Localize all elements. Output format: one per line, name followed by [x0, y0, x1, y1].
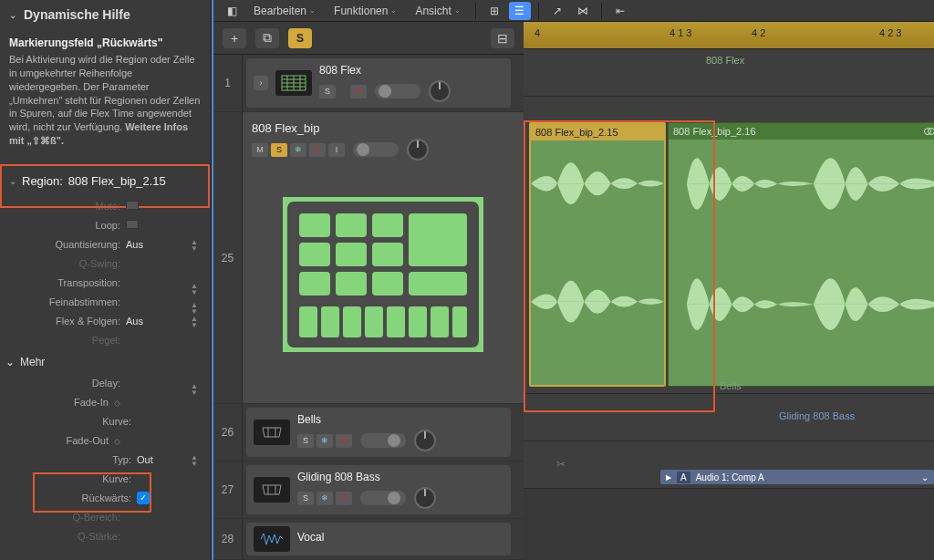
waveform-icon	[669, 123, 934, 368]
arrange-area[interactable]: 4 4 1 3 4 2 4 2 3 808 Flex 808 Flex_bip_…	[524, 22, 934, 560]
list-view-icon[interactable]: ☰	[509, 2, 531, 20]
comp-bar[interactable]: A Audio 1: Comp A ⌄	[660, 470, 934, 484]
collapse-button[interactable]: ⊟	[491, 28, 514, 48]
volume-slider[interactable]	[360, 433, 406, 448]
checkbox-icon[interactable]	[126, 220, 139, 229]
track-number: 1	[213, 55, 243, 111]
param-finetune[interactable]: Feinabstimmen:	[7, 293, 203, 312]
record-button[interactable]: R	[336, 434, 352, 448]
volume-slider[interactable]	[353, 142, 399, 157]
disclosure-button[interactable]: ›	[254, 76, 268, 90]
more-header[interactable]: ⌄ Mehr	[0, 350, 211, 374]
track-row[interactable]: 28 Vocal	[213, 519, 524, 560]
param-delay[interactable]: Delay:	[7, 374, 203, 393]
region-header[interactable]: ⌄ Region: 808 Flex_bip_2.15	[0, 165, 211, 197]
audio-region[interactable]: 808 Flex_bip_2.16	[668, 122, 934, 387]
solo-button[interactable]: S	[319, 85, 336, 99]
sidebar-toggle-icon[interactable]: ◧	[221, 2, 243, 20]
comp-badge: A	[677, 472, 690, 483]
param-fadeout-type[interactable]: Typ:Out	[7, 451, 203, 470]
arrange-lane[interactable]: Gliding 808 Bass	[524, 394, 934, 441]
track-name[interactable]: Vocal	[297, 531, 503, 544]
param-qrange[interactable]: Q-Bereich:	[7, 508, 203, 527]
pan-knob[interactable]	[407, 139, 429, 161]
track-row[interactable]: 26 Bells S ❄ R	[213, 404, 524, 461]
param-reverse[interactable]: Rückwärts:✓	[7, 489, 203, 508]
track-name[interactable]: Bells	[297, 413, 503, 426]
param-quantize[interactable]: Quantisierung:Aus	[7, 235, 203, 254]
track-row[interactable]: 1 › 808 Flex S R	[213, 55, 524, 112]
chevron-down-icon: ⌄	[9, 176, 16, 186]
track-header[interactable]: › 808 Flex S R	[246, 58, 511, 108]
add-track-button[interactable]: +	[223, 28, 246, 48]
help-header[interactable]: ⌄ Dynamische Hilfe	[0, 0, 211, 29]
arrange-lane[interactable]: ✂ A Audio 1: Comp A ⌄	[524, 441, 934, 489]
duplicate-track-button[interactable]: ⧉	[255, 28, 279, 48]
functions-menu[interactable]: Funktionen⌄	[327, 1, 404, 21]
view-menu[interactable]: Ansicht⌄	[408, 1, 467, 21]
param-level[interactable]: Pegel:	[7, 331, 203, 350]
param-transposition[interactable]: Transposition:	[7, 274, 203, 293]
pan-knob[interactable]	[429, 80, 451, 102]
mute-button[interactable]: M	[252, 143, 268, 157]
arrange-lane[interactable]: 808 Flex_bip_2.15 808 Flex_bip_2.16	[524, 97, 934, 394]
freeze-button[interactable]: ❄	[317, 492, 333, 505]
chevron-down-icon[interactable]: ⌄	[921, 472, 929, 482]
param-fadeout-curve[interactable]: Kurve:	[7, 470, 203, 489]
automation-icon[interactable]: ↗	[546, 2, 568, 20]
pan-knob[interactable]	[414, 487, 436, 509]
track-icon	[275, 70, 312, 96]
track-row[interactable]: 27 Gliding 808 Bass S ❄ R	[213, 461, 524, 519]
solo-button[interactable]: S	[288, 28, 312, 48]
input-button[interactable]: I	[328, 143, 345, 157]
ruler-mark: 4 2 3	[879, 27, 901, 38]
checkbox-icon[interactable]	[126, 201, 139, 210]
record-button[interactable]: R	[336, 492, 352, 505]
ruler[interactable]: 4 4 1 3 4 2 4 2 3	[524, 22, 934, 49]
record-button[interactable]: R	[350, 85, 367, 99]
stepper-icon[interactable]	[191, 454, 198, 467]
param-loop[interactable]: Loop:	[7, 216, 203, 235]
freeze-button[interactable]: ❄	[317, 434, 333, 448]
checkbox-checked-icon[interactable]: ✓	[137, 492, 150, 504]
track-header[interactable]: Vocal	[246, 523, 511, 555]
track-name[interactable]: 808 Flex	[319, 64, 503, 77]
param-mute[interactable]: Mute:	[7, 197, 203, 216]
svg-rect-20	[321, 306, 339, 337]
stepper-icon[interactable]	[191, 383, 198, 396]
track-header[interactable]: Bells S ❄ R	[246, 408, 511, 457]
track-name[interactable]: 808 Flex_bip	[252, 121, 514, 135]
track-name[interactable]: Gliding 808 Bass	[297, 471, 503, 483]
svg-rect-21	[343, 306, 361, 337]
grid-view-icon[interactable]: ⊞	[483, 2, 505, 20]
stepper-icon[interactable]	[191, 302, 198, 315]
edit-menu[interactable]: Bearbeiten⌄	[246, 1, 323, 21]
volume-slider[interactable]	[360, 491, 406, 505]
stepper-icon[interactable]	[191, 283, 198, 296]
param-qstrength[interactable]: Q-Stärke:	[7, 527, 203, 546]
solo-button[interactable]: S	[297, 492, 314, 505]
solo-button[interactable]: S	[271, 143, 287, 157]
stepper-icon[interactable]	[191, 239, 198, 252]
svg-rect-16	[336, 272, 367, 296]
catch-icon[interactable]: ⇤	[609, 2, 631, 20]
param-qswing[interactable]: Q-Swing:	[7, 254, 203, 274]
solo-button[interactable]: S	[297, 434, 314, 448]
freeze-button[interactable]: ❄	[290, 143, 306, 157]
pan-knob[interactable]	[414, 430, 436, 451]
param-flex[interactable]: Flex & Folgen:Aus	[7, 312, 203, 331]
track-header[interactable]: Gliding 808 Bass S ❄ R	[246, 465, 511, 514]
param-fadein-curve[interactable]: Kurve:	[7, 412, 203, 431]
help-content: Markierungsfeld „Rückwärts" Bei Aktivier…	[0, 29, 211, 165]
track-header[interactable]: 808 Flex_bip M S ❄ R I	[243, 112, 524, 403]
param-fadein[interactable]: Fade-In ◇	[7, 393, 203, 412]
volume-slider[interactable]	[375, 84, 420, 99]
stepper-icon[interactable]	[191, 316, 198, 328]
arrange-lane[interactable]: 808 Flex	[524, 49, 934, 97]
audio-region[interactable]: 808 Flex_bip_2.15	[529, 122, 666, 387]
track-row[interactable]: 25 808 Flex_bip M S ❄ R I	[213, 112, 524, 404]
record-button[interactable]: R	[309, 143, 326, 157]
waveform-icon	[254, 526, 290, 552]
flex-icon[interactable]: ⋈	[572, 2, 594, 20]
param-fadeout[interactable]: Fade-Out ◇	[7, 431, 203, 451]
